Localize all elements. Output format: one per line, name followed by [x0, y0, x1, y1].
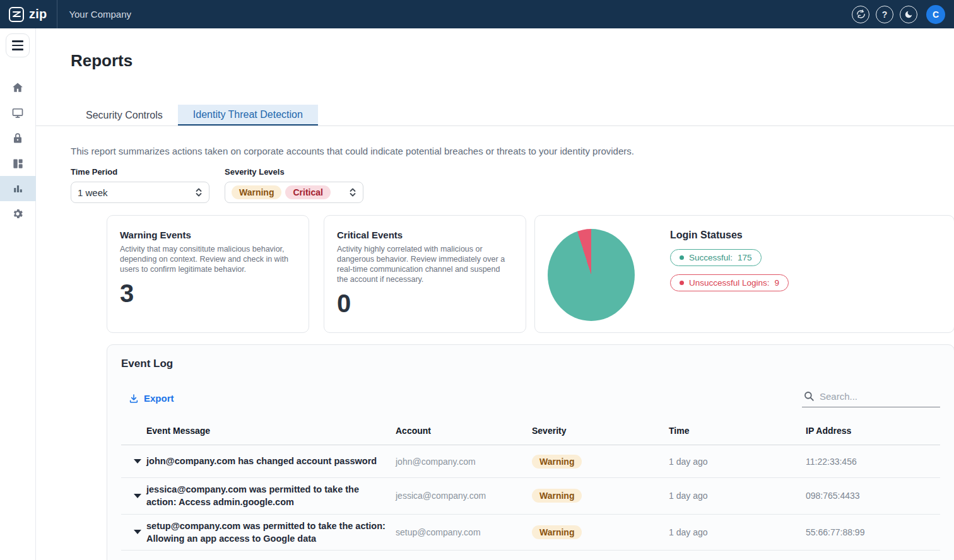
- sidebar-item-settings[interactable]: [0, 201, 36, 226]
- event-ip-address: 55:66:77:88:99: [806, 527, 940, 537]
- main-content: Reports Security Controls Identity Threa…: [36, 28, 954, 560]
- successful-count: 175: [738, 253, 752, 262]
- time-period-select[interactable]: 1 week: [71, 182, 209, 203]
- company-name: Your Company: [69, 9, 131, 20]
- tab-security-controls[interactable]: Security Controls: [71, 105, 178, 126]
- layout-icon: [12, 158, 24, 170]
- login-statuses-title: Login Statuses: [670, 230, 789, 241]
- avatar[interactable]: C: [926, 5, 945, 24]
- time-period-value: 1 week: [78, 187, 108, 198]
- expand-row-caret-icon[interactable]: [134, 494, 141, 498]
- warning-events-description: Activity that may consititute malicious …: [120, 244, 296, 274]
- unsuccessful-logins-badge: Unsuccessful Logins: 9: [670, 274, 789, 291]
- sidebar-item-devices[interactable]: [0, 100, 36, 125]
- chevron-updown-icon: [349, 187, 356, 197]
- warning-events-title: Warning Events: [120, 230, 296, 240]
- event-log-table-header: Event Message Account Severity Time IP A…: [121, 416, 940, 445]
- event-account: john@company.com: [396, 457, 532, 467]
- sidebar-item-reports[interactable]: [0, 176, 36, 201]
- bar-chart-icon: [12, 183, 24, 195]
- dark-mode-button[interactable]: [900, 6, 917, 23]
- column-header-event-message: Event Message: [146, 426, 396, 436]
- column-header-severity: Severity: [532, 426, 669, 436]
- search-box[interactable]: [802, 388, 940, 407]
- event-log-row: john@company.com has changed account pas…: [121, 445, 940, 478]
- home-icon: [11, 81, 24, 94]
- gear-icon: [11, 207, 24, 220]
- event-log-title: Event Log: [121, 358, 940, 370]
- event-ip-address: 11:22:33:456: [806, 457, 940, 467]
- help-icon: ?: [882, 9, 888, 20]
- page-title: Reports: [71, 51, 954, 71]
- sidebar-item-home[interactable]: [0, 75, 36, 100]
- logo-text: zip: [29, 7, 47, 21]
- sync-icon: [856, 9, 866, 19]
- severity-chip-critical: Critical: [285, 185, 330, 199]
- event-message: setup@company.com was permitted to take …: [146, 515, 396, 551]
- critical-events-card: Critical Events Activity highly correlat…: [324, 215, 526, 333]
- severity-levels-label: Severity Levels: [225, 167, 363, 177]
- export-label: Export: [144, 393, 174, 404]
- sync-button[interactable]: [852, 6, 869, 23]
- lock-icon: [12, 132, 23, 144]
- column-header-ip-address: IP Address: [806, 426, 940, 436]
- event-ip-address: 098:765:4433: [806, 491, 940, 501]
- event-time: 1 day ago: [669, 491, 806, 501]
- unsuccessful-label: Unsuccessful Logins:: [689, 278, 770, 288]
- login-statuses-pie-chart: [548, 229, 635, 321]
- fail-dot-icon: [680, 281, 684, 285]
- event-log-row: setup@company.com was permitted to take …: [121, 515, 940, 551]
- monitor-icon: [11, 107, 24, 119]
- tabs-divider: [36, 125, 954, 126]
- tabs: Security Controls Identity Threat Detect…: [71, 105, 318, 126]
- moon-icon: [904, 10, 913, 19]
- event-log-row: jessica@company.com was permitted to tak…: [121, 478, 940, 515]
- event-time: 1 day ago: [669, 457, 806, 467]
- app-logo[interactable]: zip: [9, 7, 47, 22]
- severity-badge: Warning: [532, 525, 582, 539]
- expand-row-caret-icon[interactable]: [134, 459, 141, 464]
- sidebar-item-layout[interactable]: [0, 151, 36, 176]
- hamburger-menu-button[interactable]: [6, 33, 30, 57]
- event-time: 1 day ago: [669, 527, 806, 537]
- export-button[interactable]: Export: [121, 393, 174, 407]
- event-log-card: Event Log Export Event Message Account S…: [107, 344, 954, 560]
- column-header-time: Time: [669, 426, 806, 436]
- sidebar: [0, 28, 36, 560]
- critical-events-title: Critical Events: [337, 230, 513, 240]
- warning-events-count: 3: [120, 281, 296, 306]
- help-button[interactable]: ?: [876, 6, 893, 23]
- critical-events-count: 0: [337, 291, 513, 316]
- login-statuses-card: Login Statuses Successful: 175 Unsuccess…: [534, 215, 954, 333]
- filters: Time Period 1 week Severity Levels Warni…: [71, 167, 363, 203]
- successful-label: Successful:: [689, 253, 733, 262]
- topbar-divider: [57, 0, 57, 28]
- severity-badge: Warning: [532, 489, 582, 503]
- event-message: john@company.com has changed account pas…: [146, 450, 396, 472]
- search-input[interactable]: [820, 391, 927, 402]
- event-message: jessica@company.com was permitted to tak…: [146, 478, 396, 514]
- successful-logins-badge: Successful: 175: [670, 249, 762, 266]
- search-icon: [803, 390, 815, 402]
- severity-badge: Warning: [532, 455, 582, 469]
- tab-identity-threat-detection[interactable]: Identity Threat Detection: [178, 105, 318, 126]
- report-description: This report summarizes actions taken on …: [71, 146, 634, 156]
- event-account: jessica@company.com: [396, 491, 532, 501]
- zip-logo-icon: [9, 7, 24, 22]
- download-icon: [129, 394, 139, 404]
- severity-levels-select[interactable]: Warning Critical: [225, 182, 363, 203]
- severity-chip-warning: Warning: [232, 185, 281, 199]
- warning-events-card: Warning Events Activity that may consiti…: [107, 215, 309, 333]
- expand-row-caret-icon[interactable]: [134, 530, 141, 534]
- critical-events-description: Activity highly correlated with maliciou…: [337, 244, 513, 284]
- sidebar-item-security[interactable]: [0, 125, 36, 151]
- success-dot-icon: [680, 255, 684, 260]
- event-account: setup@company.com: [396, 527, 532, 537]
- unsuccessful-count: 9: [775, 278, 780, 288]
- topbar: zip Your Company ? C: [0, 0, 954, 28]
- chevron-updown-icon: [195, 187, 203, 197]
- hamburger-icon: [12, 40, 23, 42]
- column-header-account: Account: [396, 426, 532, 436]
- time-period-label: Time Period: [71, 167, 209, 177]
